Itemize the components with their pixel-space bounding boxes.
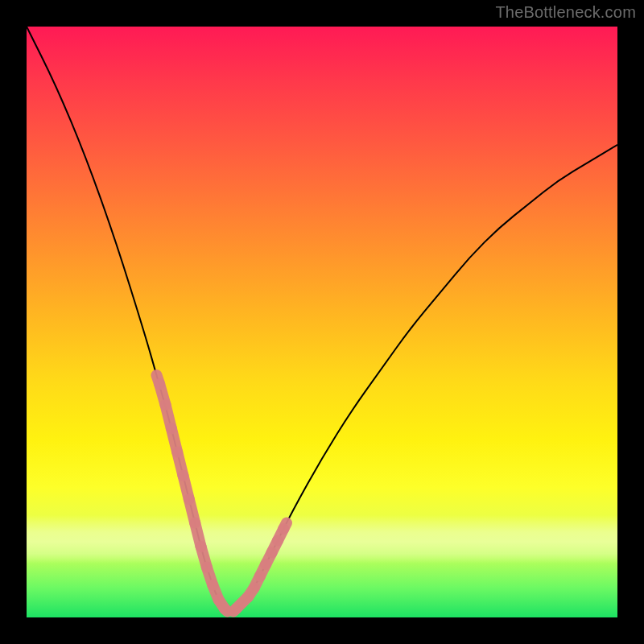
plot-area — [27, 27, 617, 617]
chart-frame: TheBottleneck.com — [0, 0, 644, 644]
watermark-text: TheBottleneck.com — [495, 3, 636, 22]
